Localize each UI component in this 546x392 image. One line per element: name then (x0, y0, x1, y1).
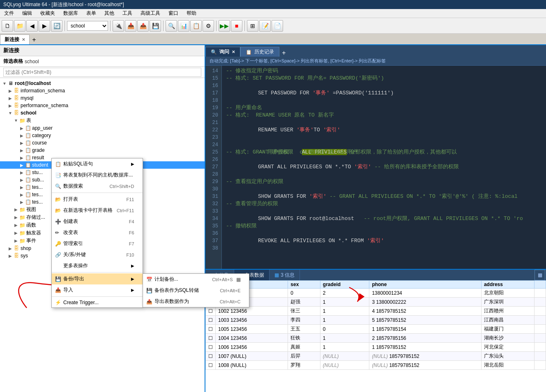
tree-node-tables-folder[interactable]: ▼ 📁 表 (0, 117, 205, 124)
tree-toggle-shop[interactable]: ▶ (7, 246, 13, 251)
table-row[interactable]: ☐1004 123456狂铁12 18579785156湖南长沙 (206, 334, 546, 343)
tree-toggle-student[interactable]: ▶ (19, 163, 25, 167)
tree-toggle-tables[interactable]: ▼ (13, 118, 19, 123)
menu-edit[interactable]: 编辑 (18, 9, 36, 18)
menu-import[interactable]: 📥 导入 ▶ (52, 284, 143, 296)
tree-node-mysql[interactable]: ▶ 🗄 mysql (0, 94, 205, 102)
menu-other[interactable]: 其他 (100, 9, 118, 18)
toolbar-text-btn[interactable]: 📝 (259, 20, 271, 32)
code-editor[interactable]: 14 15 16 17 18 19 20 21 22 23 24 25 26 2… (205, 66, 546, 269)
toolbar-backup-btn[interactable]: 💾 (150, 20, 161, 32)
tree-toggle-events[interactable]: ▶ (13, 238, 19, 243)
tree-toggle-result[interactable]: ▶ (19, 156, 25, 160)
toolbar-prev-btn[interactable]: ◀ (26, 20, 38, 32)
tab-add-btn[interactable]: + (30, 35, 39, 44)
tree-toggle-tes2[interactable]: ▶ (19, 193, 25, 197)
tree-toggle-school[interactable]: ▼ (7, 111, 13, 115)
toolbar-connect-btn[interactable]: 🔌 (113, 20, 124, 32)
toolbar-next-btn[interactable]: ▶ (39, 20, 50, 32)
result-tab-info3[interactable]: ▦ 3 信息 (270, 270, 300, 280)
tree-toggle-sys[interactable]: ▶ (7, 254, 13, 258)
menu-copy-table[interactable]: 📑 将表复制到不同的主机/数据库... (52, 170, 143, 181)
query-tab-close[interactable]: ✕ (232, 50, 235, 54)
tree-toggle-app-user[interactable]: ▶ (19, 126, 25, 131)
menu-manage-index[interactable]: 🔑 管理索引 F7 (52, 238, 143, 249)
tree-node-performance-schema[interactable]: ▶ 🗄 performance_schema (0, 102, 205, 109)
menu-open-in-tab[interactable]: 📂 在新选项卡中打开表格 Ctrl+F11 (52, 205, 143, 216)
menu-foreign-key[interactable]: 🔗 关/系/外键 F10 (52, 249, 143, 260)
toolbar-import-btn[interactable]: 📥 (125, 20, 136, 32)
query-tab-add-btn[interactable]: + (279, 49, 288, 57)
table-row[interactable]: ☐1001 123456赵强13 13800002222广东深圳 (206, 298, 546, 307)
table-row[interactable]: ☐1006 123456真姬11 18579785152河北保定 (206, 343, 546, 352)
tree-toggle-procedures[interactable]: ▶ (13, 215, 19, 220)
tree-node-root[interactable]: ▼ 🖥 root@localhost (0, 80, 205, 87)
submenu-export-data[interactable]: 📤 导出表数据作为 Ctrl+Alt+C (143, 296, 249, 307)
toolbar-run-btn[interactable]: ▶▶ (219, 20, 230, 32)
tree-toggle-course[interactable]: ▶ (19, 141, 25, 145)
toolbar-settings-btn[interactable]: ⚙ (203, 20, 214, 32)
tree-toggle-triggers[interactable]: ▶ (13, 231, 19, 235)
database-selector[interactable]: school (67, 21, 108, 31)
tree-toggle-sub[interactable]: ▶ (19, 178, 25, 182)
table-row[interactable]: ☐1008 (NULL)罗翔(NULL)(NULL) 18579785152湖北… (206, 361, 546, 370)
tree-node-app-user[interactable]: ▶ 📋 app_user (0, 124, 205, 132)
toolbar-refresh-btn[interactable]: 🔄 (51, 20, 62, 32)
menu-file[interactable]: 文件 (0, 9, 18, 18)
tree-toggle-views[interactable]: ▶ (13, 207, 19, 212)
toolbar-form-btn[interactable]: 📄 (272, 20, 283, 32)
tree-toggle-information-schema[interactable]: ▶ (7, 89, 13, 93)
tree-toggle-functions[interactable]: ▶ (13, 223, 19, 227)
table-row[interactable]: ☐1002 123456张三14 18579785152江西赣州 (206, 307, 546, 316)
code-content[interactable]: -- 修改指定用户密码 -- 格式: SET PASSWORD FOR 用户名=… (222, 66, 546, 269)
tree-toggle-tes1[interactable]: ▶ (19, 185, 25, 190)
tree-toggle-performance-schema[interactable]: ▶ (7, 103, 13, 108)
menu-alter-table[interactable]: ✏ 改变表 F6 (52, 227, 143, 238)
menu-table[interactable]: 表单 (82, 9, 100, 18)
tree-toggle-mysql[interactable]: ▶ (7, 96, 13, 101)
tree-node-grade[interactable]: ▶ 📋 grade (0, 147, 205, 154)
connection-tab-main[interactable]: 新连接 ✕ (0, 34, 30, 44)
toolbar-new-btn[interactable]: 🗋 (2, 20, 13, 32)
menu-more-ops[interactable]: 更多表操作 ▶ (52, 260, 143, 271)
submenu-plan-backup[interactable]: 📅 计划备份... Ctrl+Alt+S ▦ (143, 274, 249, 285)
tree-toggle-stu1[interactable]: ▶ (19, 170, 25, 175)
toolbar-stop-btn[interactable]: ■ (231, 20, 242, 32)
menu-window[interactable]: 窗口 (164, 9, 182, 18)
table-row[interactable]: ☐1007 (NULL)后羿(NULL)(NULL) 18579785152广东… (206, 352, 546, 361)
menu-paste-sql[interactable]: 📋 粘贴SQL语句 ▶ (52, 158, 143, 170)
table-row[interactable]: ☐1005 123456王五01 18579785154福建厦门 (206, 325, 546, 334)
menu-tools[interactable]: 工具 (118, 9, 136, 18)
tree-node-information-schema[interactable]: ▶ 🗄 information_schema (0, 87, 205, 94)
menu-backup-export[interactable]: 💾 备份/导出 ▶ 📅 计划备份... Ctrl+Alt+S ▦ 💾 备份表作为… (52, 273, 143, 284)
submenu-backup-sql[interactable]: 💾 备份表作为SQL转储 Ctrl+Alt+E (143, 285, 249, 296)
toolbar-export-btn[interactable]: 📤 (137, 20, 149, 32)
toolbar-table-btn[interactable]: 📊 (178, 20, 189, 32)
menu-create-trigger[interactable]: ⚡ Create Trigger... (52, 298, 143, 307)
toolbar-grid-btn[interactable]: ⊞ (247, 20, 258, 32)
tree-toggle-grade[interactable]: ▶ (19, 148, 25, 153)
tree-toggle-tes3[interactable]: ▶ (19, 200, 25, 204)
query-tab-history[interactable]: 📋 历史记录 (240, 47, 279, 57)
menu-advanced-tools[interactable]: 高级工具 (136, 9, 164, 18)
menu-favorites[interactable]: 收藏夹 (36, 9, 59, 18)
table-row[interactable]: ☐0213800001234北京朝阳 (206, 289, 546, 298)
toolbar-query-btn[interactable]: 🔍 (166, 20, 177, 32)
tree-node-school[interactable]: ▼ 🗄 school (0, 109, 205, 117)
table-row[interactable]: ☐1003 123456李四15 18579785152江西南昌 (206, 316, 546, 325)
result-table-icon-btn[interactable]: ▦ (534, 270, 545, 280)
menu-create-table[interactable]: ➕ 创建表 F4 (52, 216, 143, 227)
filter-input-row[interactable] (0, 67, 205, 78)
toolbar-schema-btn[interactable]: 📋 (190, 20, 202, 32)
toolbar-open-btn[interactable]: 📁 (14, 20, 25, 32)
tree-node-category[interactable]: ▶ 📋 category (0, 132, 205, 139)
tree-node-course[interactable]: ▶ 📋 course (0, 139, 205, 147)
tree-toggle-category[interactable]: ▶ (19, 133, 25, 138)
menu-data-search[interactable]: 🔍 数据搜索 Ctrl+Shift+D (52, 181, 143, 192)
connection-tab-close[interactable]: ✕ (22, 37, 25, 42)
filter-input[interactable] (3, 68, 201, 77)
menu-help[interactable]: 帮助 (182, 9, 200, 18)
tree-toggle-root[interactable]: ▼ (2, 81, 7, 86)
menu-open-table[interactable]: 📂 打开表 F11 (52, 194, 143, 205)
query-tab-query[interactable]: 🔍 询问 ✕ (205, 47, 240, 57)
